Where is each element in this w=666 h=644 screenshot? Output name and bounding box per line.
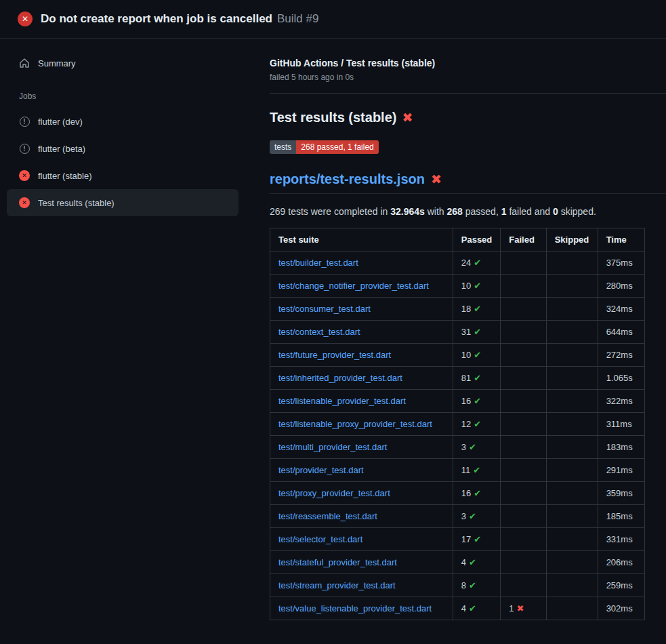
check-icon: ✔: [469, 603, 476, 613]
run-title: Do not create report when job is cancell…: [41, 12, 272, 26]
time-cell: 185ms: [598, 505, 644, 528]
column-header-passed: Passed: [453, 228, 501, 251]
passed-count: 18: [461, 304, 471, 314]
test-suite-link[interactable]: test/builder_test.dart: [278, 258, 358, 268]
test-suite-link[interactable]: test/reassemble_test.dart: [278, 511, 377, 521]
skipped-cell: [546, 367, 598, 390]
check-icon: ✔: [474, 350, 481, 360]
section-title-text: Test results (stable): [270, 110, 396, 125]
time-cell: 1.065s: [598, 367, 644, 390]
table-row: test/multi_provider_test.dart3✔183ms: [270, 436, 645, 459]
skipped-cell: [546, 436, 598, 459]
failed-x-icon: ✖: [402, 110, 413, 125]
time-cell: 272ms: [598, 344, 644, 367]
test-suite-link[interactable]: test/stream_provider_test.dart: [278, 580, 396, 590]
test-suite-link[interactable]: test/provider_test.dart: [278, 465, 364, 475]
passed-count: 81: [461, 373, 471, 383]
table-row: test/consumer_test.dart18✔324ms: [270, 298, 645, 321]
test-suite-link[interactable]: test/listenable_provider_test.dart: [278, 396, 406, 406]
sidebar-item-flutter-beta[interactable]: ! flutter (beta): [7, 135, 238, 162]
column-header-failed: Failed: [501, 228, 546, 251]
passed-count: 12: [461, 419, 471, 429]
test-suite-link[interactable]: test/proxy_provider_test.dart: [278, 488, 390, 498]
badge-value: 268 passed, 1 failed: [296, 140, 378, 154]
failed-cell: [501, 321, 546, 344]
passed-cell: 8✔: [453, 574, 501, 597]
time-cell: 375ms: [598, 251, 644, 275]
jobs-section-label: Jobs: [0, 77, 257, 108]
test-suite-link[interactable]: test/change_notifier_provider_test.dart: [278, 281, 429, 291]
test-suite-link[interactable]: test/future_provider_test.dart: [278, 350, 391, 360]
failed-cell: [501, 551, 546, 574]
failed-x-icon: ✖: [431, 172, 442, 187]
test-suite-link[interactable]: test/inherited_provider_test.dart: [278, 373, 402, 383]
passed-cell: 81✔: [453, 367, 501, 390]
test-suite-cell: test/multi_provider_test.dart: [270, 436, 453, 459]
table-row: test/builder_test.dart24✔375ms: [270, 251, 645, 275]
failed-cell: [501, 413, 546, 436]
sidebar-item-flutter-stable[interactable]: ✕ flutter (stable): [7, 162, 238, 189]
failed-cell: [501, 275, 546, 298]
table-row: test/stream_provider_test.dart8✔259ms: [270, 574, 645, 597]
passed-count: 10: [461, 281, 471, 291]
test-suite-link[interactable]: test/stateful_provider_test.dart: [278, 557, 397, 567]
passed-cell: 3✔: [453, 505, 501, 528]
report-file-link[interactable]: reports/test-results.json: [270, 172, 425, 187]
test-suite-link[interactable]: test/selector_test.dart: [278, 534, 362, 544]
test-suite-cell: test/stream_provider_test.dart: [270, 574, 453, 597]
passed-cell: 11✔: [453, 459, 501, 482]
test-suite-link[interactable]: test/multi_provider_test.dart: [278, 442, 387, 452]
table-row: test/context_test.dart31✔644ms: [270, 321, 645, 344]
skipped-cell: [546, 482, 598, 505]
table-row: test/change_notifier_provider_test.dart1…: [270, 275, 645, 298]
sidebar-item-label: Summary: [38, 58, 76, 68]
failed-cell: [501, 390, 546, 413]
failed-cell: [501, 344, 546, 367]
passed-count: 31: [461, 327, 471, 337]
test-suite-link[interactable]: test/listenable_proxy_provider_test.dart: [278, 419, 432, 429]
sidebar-item-test-results-stable[interactable]: ✕ Test results (stable): [7, 189, 238, 216]
table-row: test/proxy_provider_test.dart16✔359ms: [270, 482, 645, 505]
check-icon: ✔: [474, 373, 481, 383]
time-cell: 311ms: [598, 413, 644, 436]
skipped-cell: [546, 597, 598, 620]
report-heading: reports/test-results.json ✖: [270, 172, 666, 194]
sidebar-item-label: flutter (dev): [38, 117, 83, 127]
test-suite-cell: test/proxy_provider_test.dart: [270, 482, 453, 505]
job-neutral-icon: !: [19, 116, 30, 127]
time-cell: 259ms: [598, 574, 644, 597]
sidebar-item-flutter-dev[interactable]: ! flutter (dev): [7, 108, 238, 135]
passed-count: 10: [461, 350, 471, 360]
test-suite-cell: test/context_test.dart: [270, 321, 453, 344]
time-cell: 291ms: [598, 459, 644, 482]
passed-count: 16: [461, 396, 471, 406]
time-cell: 359ms: [598, 482, 644, 505]
passed-count: 4: [461, 603, 466, 613]
column-header-skipped: Skipped: [546, 228, 598, 251]
run-failed-icon: ✕: [18, 12, 33, 26]
passed-cell: 31✔: [453, 321, 501, 344]
passed-count: 3: [461, 442, 466, 452]
failed-count: 1: [509, 603, 514, 613]
skipped-cell: [546, 344, 598, 367]
test-suite-cell: test/listenable_proxy_provider_test.dart: [270, 413, 453, 436]
skipped-cell: [546, 298, 598, 321]
skipped-cell: [546, 413, 598, 436]
tests-badge: tests 268 passed, 1 failed: [270, 140, 379, 154]
skipped-cell: [546, 390, 598, 413]
x-icon: ✖: [517, 603, 524, 613]
divider: [270, 93, 666, 94]
check-icon: ✔: [469, 580, 476, 590]
test-suite-link[interactable]: test/value_listenable_provider_test.dart: [278, 603, 432, 613]
test-suite-cell: test/provider_test.dart: [270, 459, 453, 482]
skipped-cell: [546, 321, 598, 344]
table-row: test/future_provider_test.dart10✔272ms: [270, 344, 645, 367]
passed-count: 24: [461, 258, 471, 268]
test-suite-link[interactable]: test/consumer_test.dart: [278, 304, 371, 314]
summary-text: failed and: [507, 206, 554, 217]
skipped-cell: [546, 459, 598, 482]
test-suite-link[interactable]: test/context_test.dart: [278, 327, 360, 337]
section-title: Test results (stable) ✖: [270, 110, 645, 125]
sidebar-item-summary[interactable]: Summary: [7, 49, 238, 77]
check-icon: ✔: [473, 465, 480, 475]
